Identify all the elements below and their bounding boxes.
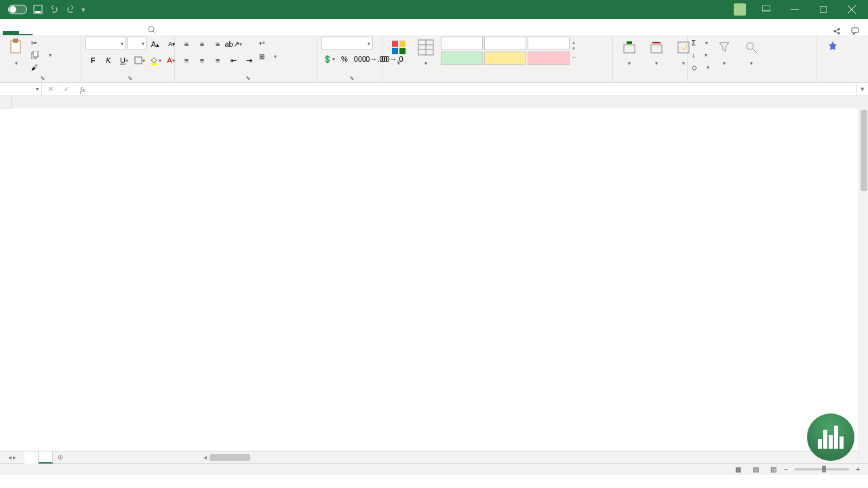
cancel-formula-icon[interactable]: ✕ xyxy=(42,83,58,96)
sheet-tab-1[interactable] xyxy=(24,451,39,464)
comments-button[interactable] xyxy=(851,27,861,35)
format-painter-button[interactable]: 🖌 xyxy=(31,61,52,73)
number-format-select[interactable]: ▾ xyxy=(321,37,373,50)
ideas-button[interactable] xyxy=(821,37,845,60)
select-all-button[interactable] xyxy=(0,96,12,108)
autosum-button[interactable]: Σ ▾ xyxy=(692,37,709,49)
save-icon[interactable] xyxy=(33,4,43,15)
style-schlecht[interactable] xyxy=(528,52,570,65)
search-input[interactable] xyxy=(148,26,159,35)
svg-point-10 xyxy=(838,28,840,30)
underline-button[interactable]: U▾ xyxy=(117,53,132,68)
align-left-icon[interactable]: ≡ xyxy=(179,53,194,68)
font-size-select[interactable]: ▾ xyxy=(127,37,146,50)
svg-rect-18 xyxy=(151,63,157,65)
pagelayout-view-icon[interactable]: ▤ xyxy=(749,465,762,474)
style-neutral[interactable] xyxy=(484,52,526,65)
formula-bar[interactable] xyxy=(91,83,856,96)
style-standard2[interactable] xyxy=(441,37,483,50)
insert-cells-icon xyxy=(620,38,639,57)
autosave-toggle[interactable] xyxy=(5,5,27,14)
svg-rect-20 xyxy=(399,41,406,47)
border-button[interactable]: ▾ xyxy=(132,53,147,68)
style-standard0[interactable] xyxy=(484,37,526,50)
orientation-icon[interactable]: ab↗▾ xyxy=(226,37,241,52)
undo-icon[interactable] xyxy=(49,4,60,15)
share-button[interactable] xyxy=(833,27,843,35)
outdent-icon[interactable]: ⇤ xyxy=(226,53,241,68)
insert-cells-button[interactable]: ▾ xyxy=(617,37,642,68)
fill-button[interactable]: ↓ ▾ xyxy=(692,49,709,61)
sort-filter-button[interactable]: ▾ xyxy=(712,37,736,68)
wrap-text-button[interactable]: ↩ xyxy=(259,37,277,49)
name-box[interactable]: ▾ xyxy=(0,83,42,96)
svg-point-11 xyxy=(838,33,840,35)
zoom-slider[interactable] xyxy=(795,468,849,470)
pagebreak-view-icon[interactable]: ▧ xyxy=(766,465,780,474)
table-icon xyxy=(416,38,435,57)
wrap-icon: ↩ xyxy=(259,39,264,47)
merge-center-button[interactable]: ⊞ ▾ xyxy=(259,50,277,62)
cell-styles-gallery[interactable] xyxy=(441,37,570,65)
style-standard[interactable] xyxy=(528,37,570,50)
align-bottom-icon[interactable]: ≡ xyxy=(210,37,225,52)
horizontal-scrollbar[interactable]: ◂ xyxy=(203,453,868,461)
cell-grid[interactable] xyxy=(12,108,868,451)
delete-cells-button[interactable]: ▾ xyxy=(644,37,669,68)
fx-icon[interactable]: fx xyxy=(75,83,91,96)
dialog-launcher[interactable]: ⬊ xyxy=(127,75,133,81)
conditional-formatting-button[interactable]: ▾ xyxy=(387,37,411,68)
gallery-up-icon[interactable]: ▴ xyxy=(572,39,576,45)
indent-icon[interactable]: ⇥ xyxy=(241,53,256,68)
column-headers[interactable] xyxy=(12,96,868,108)
tab-home[interactable] xyxy=(19,30,33,35)
normal-view-icon[interactable]: ▦ xyxy=(731,465,745,474)
sheet-nav[interactable]: ◂ ▸ xyxy=(0,453,24,461)
maximize-icon[interactable] xyxy=(810,0,837,19)
font-name-select[interactable]: ▾ xyxy=(85,37,126,50)
add-sheet-button[interactable]: ⊕ xyxy=(53,453,68,461)
dialog-launcher[interactable]: ⬊ xyxy=(40,75,45,81)
dialog-launcher[interactable]: ⬊ xyxy=(245,75,251,81)
svg-line-8 xyxy=(153,31,155,33)
align-center-icon[interactable]: ≡ xyxy=(195,53,210,68)
sheet-tab-2[interactable] xyxy=(39,451,53,464)
redo-icon[interactable] xyxy=(65,4,76,15)
align-right-icon[interactable]: ≡ xyxy=(210,53,225,68)
minimize-icon[interactable] xyxy=(781,0,808,19)
paste-icon xyxy=(7,38,26,57)
dialog-launcher[interactable]: ⬊ xyxy=(349,75,355,81)
find-select-button[interactable]: ▾ xyxy=(739,37,764,68)
vertical-scrollbar[interactable] xyxy=(859,100,868,461)
cut-button[interactable]: ✂ xyxy=(31,37,52,49)
gallery-down-icon[interactable]: ▾ xyxy=(572,45,576,52)
accept-formula-icon[interactable]: ✓ xyxy=(58,83,75,96)
bold-button[interactable]: F xyxy=(85,53,100,68)
svg-rect-22 xyxy=(399,48,406,54)
expand-formula-bar-icon[interactable]: ▾ xyxy=(856,83,868,96)
gallery-more-icon[interactable]: ⎯ xyxy=(572,52,576,58)
increase-font-icon[interactable]: A▴ xyxy=(148,37,163,52)
search-icon xyxy=(148,26,156,34)
fill-color-button[interactable]: ▾ xyxy=(148,53,163,68)
align-top-icon[interactable]: ≡ xyxy=(179,37,194,52)
svg-rect-2 xyxy=(762,5,770,11)
user-avatar[interactable] xyxy=(734,3,746,16)
clear-button[interactable]: ◇ ▾ xyxy=(692,61,709,73)
svg-rect-29 xyxy=(651,45,662,53)
style-gut[interactable] xyxy=(441,52,483,65)
align-middle-icon[interactable]: ≡ xyxy=(195,37,210,52)
ideas-icon xyxy=(823,38,842,57)
paste-button[interactable]: ▾ xyxy=(4,37,28,68)
copy-button[interactable]: ▾ xyxy=(31,49,52,61)
percent-format-icon[interactable]: % xyxy=(337,52,352,66)
close-icon[interactable] xyxy=(838,0,865,19)
svg-rect-1 xyxy=(35,11,41,13)
zoom-out-button[interactable]: − xyxy=(784,466,788,473)
italic-button[interactable]: K xyxy=(101,53,116,68)
format-as-table-button[interactable]: ▾ xyxy=(414,37,438,68)
ribbon-options-icon[interactable] xyxy=(753,0,780,19)
sigma-icon: Σ xyxy=(692,39,696,47)
accounting-format-icon[interactable]: 💲▾ xyxy=(321,52,336,66)
zoom-in-button[interactable]: + xyxy=(856,466,860,473)
